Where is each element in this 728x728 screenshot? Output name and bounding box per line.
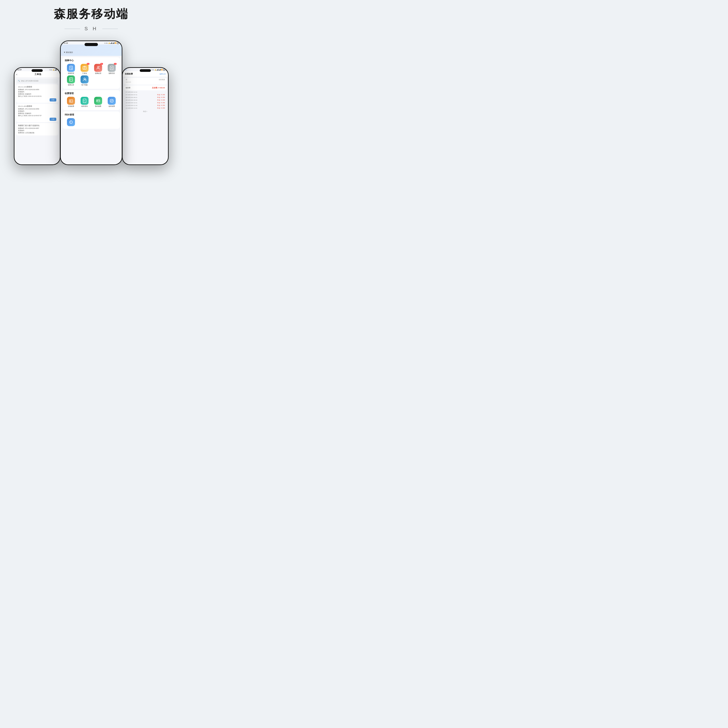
fee-date-1: 07-01至2024-07-31 <box>126 94 137 96</box>
center-signal2-icon <box>113 42 114 44</box>
subtitle-text: S H <box>84 26 98 32</box>
assign-btn-1[interactable]: 分派 <box>50 98 56 101</box>
phone-center: 11:12 11.5K/s 🔔 <box>60 40 122 165</box>
svg-point-20 <box>70 79 70 80</box>
subtitle-row: S H <box>64 26 118 32</box>
right-link[interactable]: 缴费记录 <box>159 73 166 75</box>
right-label-mu: 目 <box>126 79 127 81</box>
right-screen-wrap: ↻ 0.1K/s 🔔 <box>122 68 168 164</box>
fee-header-row: 物管费 总金额: ¥ 936.00 <box>126 86 165 89</box>
icon-gongdan[interactable]: 54 工单池 <box>78 64 90 75</box>
icon-label-chuli: 报事处理 <box>95 72 101 75</box>
fee-amount-3: 本金: ¥ 156 <box>157 99 165 101</box>
search-placeholder: 请输入房号/报事内容搜索 <box>21 80 38 82</box>
wo-house-3: 房屋编号: <box>18 130 56 132</box>
fee-total: 总金额: ¥ 936.00 <box>152 87 165 89</box>
icon-label-jilu: 报事记录 <box>68 84 74 86</box>
phone-right: ↻ 0.1K/s 🔔 <box>122 67 169 165</box>
icon-label-baoshi-shoul: 报事受理 <box>68 72 74 75</box>
center-notch <box>84 43 98 46</box>
right-refresh-icon: ↻ <box>125 69 127 71</box>
fee-row-2: 08-01至2024-08-31 本金: ¥ 156 <box>122 96 168 99</box>
left-screen-title: 工单池 <box>19 73 57 76</box>
right-addr: 地址信息 <box>126 81 131 83</box>
wo-code-1: 报事编号: JFLH-20241018-0659 <box>18 89 56 91</box>
icon-baoshi-guanbi-bg: 14 <box>108 64 116 72</box>
left-header: ‹ 工单池 <box>14 71 60 78</box>
rba-title: RBA管理 <box>65 113 118 116</box>
phones-container: 11:07 4.1K/s 🔔 ‹ 工单池 <box>0 36 182 170</box>
rba-icon-1[interactable]: R <box>65 118 77 126</box>
search-bar[interactable]: 🔍 请输入房号/报事内容搜索 <box>16 79 58 83</box>
icon-zhangdan[interactable]: ¥ 账单查询 <box>78 97 90 107</box>
left-screen: 11:07 4.1K/s 🔔 ‹ 工单池 <box>14 68 60 164</box>
baoshi-icon-grid: 报事受理 <box>65 64 118 75</box>
icon-linshi[interactable]: 临时收费 <box>106 97 118 107</box>
icon-yucun[interactable]: ¥ 预存缴费 <box>92 97 104 107</box>
fee-date-4: 10-01至2024-10-31 <box>126 102 137 104</box>
triangle-icon <box>64 52 65 53</box>
fee-amount-4: 本金: ¥ 156 <box>157 102 165 104</box>
fee-row-1: 07-01至2024-07-31 本金: ¥ 156 <box>122 93 168 96</box>
icon-baoshi-chuli[interactable]: 45 报事处理 <box>92 64 104 75</box>
center-battery: 65 <box>117 42 119 44</box>
shoufei-title: 收费管理 <box>65 92 118 95</box>
icon-baoshi-guanbi[interactable]: 14 报事关闭 <box>106 64 118 75</box>
wo-house-2: 房屋编号: <box>18 110 56 112</box>
icon-linshi-bg <box>108 97 116 105</box>
fee-row-5: 11-01至2024-11-30 本金: ¥ 156 <box>122 104 168 107</box>
icon-baoshi-shoul-bg <box>67 64 75 72</box>
icon-label-guanbi: 报事关闭 <box>109 72 115 75</box>
center-screen: 11:12 11.5K/s 🔔 <box>61 41 122 164</box>
icon-baoshi-jilu-bg <box>67 75 75 83</box>
fee-amount-2: 本金: ¥ 156 <box>157 96 165 99</box>
icon-kehu-dangan[interactable]: 客户档案 <box>78 75 90 86</box>
icon-label-linshi: 临时收费 <box>109 106 115 107</box>
icon-label-zhangdan: 账单查询 <box>81 106 88 107</box>
center-wifi-icon: 📶 <box>115 42 116 44</box>
wo-type-3: 报事类别: 公区设施设备 <box>18 132 56 134</box>
shoufei-icon-grid: 在线收费 ¥ 账单查询 <box>65 97 118 107</box>
icon-baoshi-shoul[interactable]: 报事受理 <box>65 64 77 75</box>
rba-icon-grid: R <box>65 118 118 126</box>
icon-label-dangan: 客户档案 <box>81 84 88 86</box>
collapse-btn[interactable]: 收起∧ <box>122 110 168 113</box>
left-time: 11:07 <box>17 69 21 71</box>
phone-left: 11:07 4.1K/s 🔔 ‹ 工单池 <box>14 67 61 165</box>
work-order-item-2: 10-2-1-401楼楼梯 报事编号: JFLH-20241018-0658 房… <box>16 104 58 122</box>
fee-row-6: 12-01至2024-12-31 本金: ¥ 156 <box>122 107 168 110</box>
fee-date-6: 12-01至2024-12-31 <box>126 107 137 109</box>
icon-zaixian-shoufei[interactable]: 在线收费 <box>65 97 77 107</box>
left-status-icons: 4.1K/s 🔔 <box>49 69 57 70</box>
icon-baoshi-jilu[interactable]: 报事记录 <box>65 75 77 86</box>
svg-text:¥: ¥ <box>83 100 84 102</box>
project-label: 测试项目 <box>64 51 119 54</box>
wo-time-1: 预约上门时间: 2024-10-18 10:02:21 <box>18 95 56 98</box>
baoshi-row2: 报事记录 客户档案 <box>65 75 118 86</box>
icon-baoshi-chuli-bg: 45 <box>94 64 102 72</box>
work-order-item-1: 10-2-1-101楼楼梯 报事编号: JFLH-20241018-0659 房… <box>16 84 58 103</box>
fee-amount-5: 本金: ¥ 156 <box>157 104 165 107</box>
right-speed: 0.1K/s <box>151 69 154 70</box>
right-battery: 65 <box>163 69 165 71</box>
wo-time-2: 预约上门时间: 2024-10-18 09:07:57 <box>18 115 56 117</box>
fee-label: 物管费 <box>126 87 130 89</box>
back-arrow-icon[interactable]: ‹ <box>16 72 17 76</box>
project-name: 测试项目 <box>66 51 73 54</box>
wo-room-1: 10-2-1-101楼楼梯 <box>18 86 56 88</box>
left-bell-icon: 🔔 <box>53 69 54 70</box>
fee-section: 物管费 总金额: ¥ 936.00 <box>124 86 167 90</box>
fee-rows: 07-01至2024-12-31 07-01至2024-07-31 本金: ¥ … <box>122 91 168 110</box>
assign-btn-2[interactable]: 分派 <box>50 118 56 121</box>
chuli-badge: 45 <box>100 63 103 65</box>
fee-row-4: 10-01至2024-10-31 本金: ¥ 156 <box>122 101 168 104</box>
svg-text:R: R <box>70 121 71 123</box>
empty-slot-2 <box>106 75 113 86</box>
svg-point-21 <box>70 80 70 81</box>
right-bell-icon: 🔔 <box>154 69 156 70</box>
right-screen-title: 在线收费 <box>125 72 133 75</box>
right-wifi-icon: 📶 <box>161 69 163 70</box>
fee-row-0: 07-01至2024-12-31 <box>122 91 168 93</box>
rba-section: RBA管理 R <box>63 112 120 129</box>
page-title: 森服务移动端 <box>54 6 128 22</box>
